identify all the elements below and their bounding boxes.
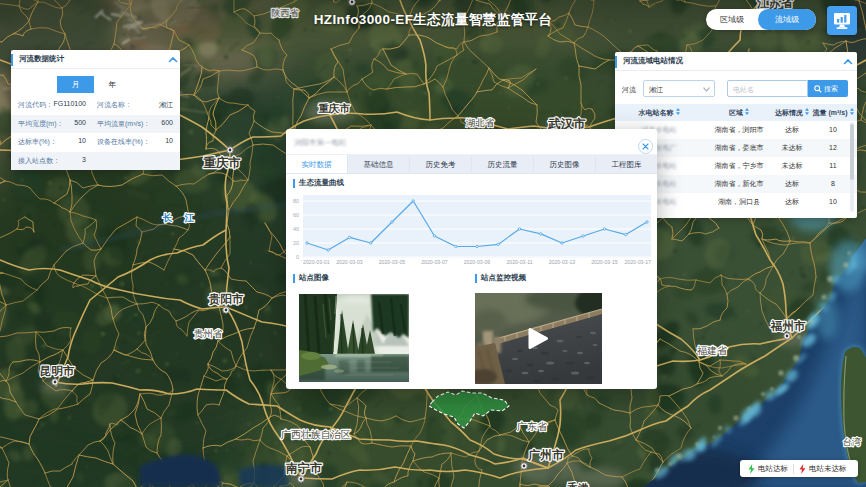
svg-text:长 江: 长 江 [162,212,200,223]
svg-text:广东省: 广东省 [517,421,548,432]
svg-text:重庆市: 重庆市 [318,102,350,114]
svg-text:昆明市: 昆明市 [40,364,75,377]
svg-text:广州市: 广州市 [527,448,564,462]
svg-text:香港: 香港 [566,482,589,487]
svg-text:贵阳市: 贵阳市 [208,292,244,306]
svg-text:南宁市: 南宁市 [285,461,322,475]
svg-text:贵州省: 贵州省 [194,328,223,339]
svg-text:重庆市: 重庆市 [203,156,241,170]
svg-text:台湾: 台湾 [843,437,861,447]
svg-text:福州市: 福州市 [770,319,806,332]
svg-text:湖北省: 湖北省 [466,117,495,128]
svg-text:福建省: 福建省 [697,345,728,356]
svg-text:广西壮族自治区: 广西壮族自治区 [281,429,351,440]
